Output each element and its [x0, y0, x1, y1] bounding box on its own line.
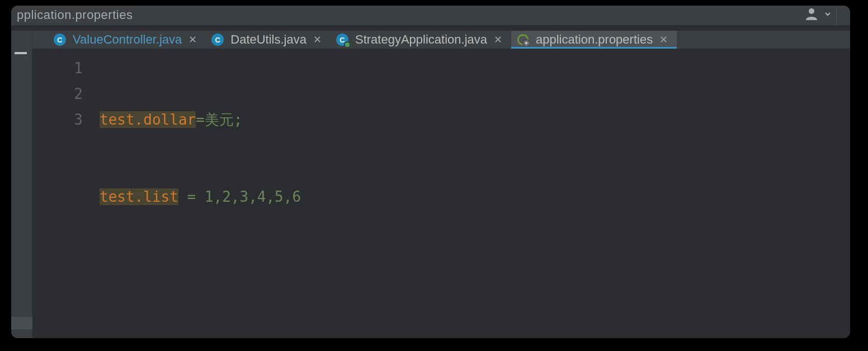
editor-tabs: C ValueController.java ✕ C DateUtils.jav… — [32, 31, 850, 49]
tab-label: StrategyApplication.java — [355, 32, 487, 47]
ide-window: pplication.properties C ValueController.… — [11, 6, 850, 338]
tab-value-controller[interactable]: C ValueController.java ✕ — [48, 31, 206, 49]
editor-main: C ValueController.java ✕ C DateUtils.jav… — [32, 31, 850, 338]
chevron-down-icon — [824, 11, 831, 17]
collapse-sidebar-button[interactable] — [15, 52, 27, 54]
property-value: 美元; — [205, 111, 243, 128]
code-line: test.list = 1,2,3,4,5,6 — [100, 184, 301, 210]
svg-point-2 — [525, 42, 527, 44]
tab-date-utils[interactable]: C DateUtils.java ✕ — [206, 31, 331, 49]
breadcrumb-fragment: pplication.properties — [17, 8, 133, 22]
editor-area[interactable]: 1 2 3 test.dollar=美元; test.list = 1,2,3,… — [32, 49, 850, 338]
line-number-gutter: 1 2 3 — [32, 49, 100, 338]
account-menu[interactable] — [805, 8, 831, 20]
property-value: 1,2,3,4,5,6 — [205, 188, 301, 205]
tab-label: DateUtils.java — [230, 32, 306, 47]
code-line: test.dollar=美元; — [100, 107, 301, 132]
line-number: 1 — [32, 55, 83, 81]
avatar-icon — [805, 8, 822, 20]
java-class-icon: C — [211, 34, 224, 46]
spring-properties-icon — [517, 34, 529, 46]
titlebar-divider — [836, 7, 837, 26]
code-line — [100, 261, 301, 287]
tool-window-stripe[interactable] — [11, 317, 32, 329]
titlebar: pplication.properties — [11, 6, 850, 25]
code-content[interactable]: test.dollar=美元; test.list = 1,2,3,4,5,6 — [100, 49, 301, 338]
close-icon[interactable]: ✕ — [188, 35, 197, 45]
property-sep: = — [178, 188, 205, 205]
line-number: 2 — [32, 81, 83, 107]
ide-body: C ValueController.java ✕ C DateUtils.jav… — [11, 31, 850, 338]
property-key: test.list — [100, 188, 178, 205]
svg-point-0 — [809, 8, 814, 14]
java-class-icon: C — [54, 34, 66, 46]
close-icon[interactable]: ✕ — [659, 35, 668, 45]
property-key: test.dollar — [100, 111, 196, 128]
left-tool-gutter — [11, 31, 32, 338]
close-icon[interactable]: ✕ — [494, 35, 502, 45]
line-number: 3 — [32, 107, 83, 132]
property-sep: = — [196, 111, 205, 128]
tab-label: ValueController.java — [73, 32, 182, 47]
tab-label: application.properties — [536, 32, 653, 47]
close-icon[interactable]: ✕ — [313, 35, 322, 45]
tab-strategy-application[interactable]: C StrategyApplication.java ✕ — [331, 31, 511, 49]
tab-application-properties[interactable]: application.properties ✕ — [511, 31, 677, 49]
spring-boot-class-icon: C — [336, 34, 348, 46]
